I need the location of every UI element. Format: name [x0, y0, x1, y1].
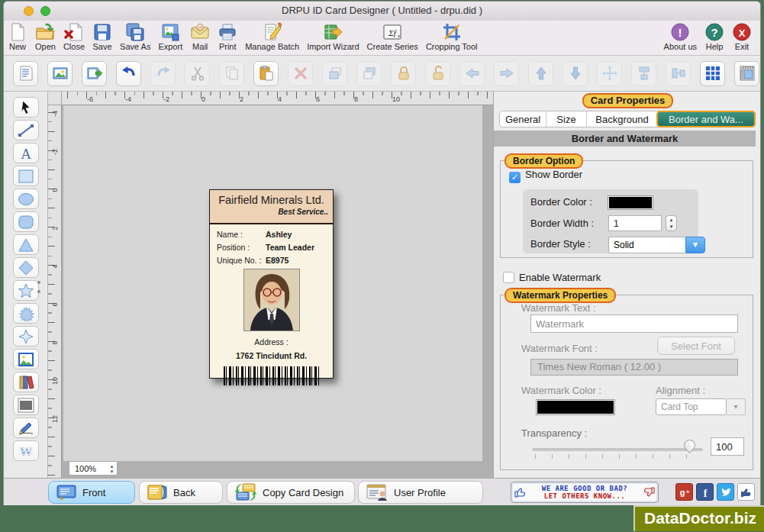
save-button[interactable]: Save	[89, 21, 116, 51]
cut-button[interactable]	[185, 61, 210, 86]
ruler-label: -4	[51, 108, 59, 119]
diamond-tool[interactable]	[13, 257, 39, 278]
facebook-icon[interactable]: f	[696, 483, 714, 501]
transparency-value-input[interactable]	[711, 437, 744, 456]
move-up-button[interactable]	[528, 61, 553, 86]
transparency-label: Transparency :	[521, 427, 587, 439]
unlock-button[interactable]	[425, 61, 450, 86]
mail-button[interactable]: @ Mail	[186, 21, 214, 51]
grid-icon	[705, 66, 720, 81]
front-button[interactable]: Front	[48, 481, 135, 504]
like-icon[interactable]	[737, 483, 755, 501]
tab-general[interactable]: General	[500, 111, 546, 127]
center-object-button[interactable]	[597, 61, 622, 86]
tab-size[interactable]: Size	[546, 111, 587, 127]
rounded-rectangle-icon	[18, 214, 34, 230]
show-grid-button[interactable]	[700, 61, 725, 86]
print-button[interactable]: Print	[214, 21, 241, 51]
enable-watermark-checkbox[interactable]	[503, 272, 514, 283]
title-bar: DRPU ID Card Designer ( Untitled - drpu.…	[4, 2, 760, 21]
delete-button[interactable]	[288, 61, 313, 86]
canvas-area[interactable]: Fairfield Minerals Ltd. Best Service.. N…	[62, 105, 493, 478]
id-card[interactable]: Fairfield Minerals Ltd. Best Service.. N…	[209, 189, 334, 379]
save-as-button[interactable]: Save As	[116, 21, 154, 51]
watermark-text-input[interactable]	[530, 314, 738, 333]
zoom-stepper[interactable]: ▴▾	[107, 463, 117, 474]
border-width-input[interactable]	[608, 215, 662, 231]
toolbar-label: New	[9, 42, 26, 51]
image-tool-icon	[18, 352, 34, 367]
about-us-button[interactable]: ! About us	[660, 21, 701, 51]
border-style-dropdown[interactable]: Solid ▼	[608, 237, 705, 253]
select-tool[interactable]	[13, 97, 39, 118]
rounded-rectangle-tool[interactable]	[13, 211, 39, 232]
google-plus-icon[interactable]: g+	[675, 483, 693, 501]
show-border-checkbox[interactable]: ✓	[509, 172, 521, 183]
tab-background[interactable]: Background	[587, 111, 657, 127]
move-left-button[interactable]	[459, 61, 485, 86]
redo-button[interactable]	[150, 61, 176, 86]
about-us-icon: !	[670, 22, 690, 42]
move-down-button[interactable]	[563, 61, 588, 86]
user-profile-button[interactable]: User Profile	[358, 481, 483, 504]
star-tool[interactable]	[13, 280, 39, 301]
open-button[interactable]: Open	[31, 21, 60, 51]
barcode-tool[interactable]	[13, 395, 39, 415]
show-ruler-button[interactable]	[734, 61, 759, 86]
alignment-dropdown[interactable]: Card Top ▾	[656, 398, 746, 415]
lock-button[interactable]	[391, 61, 416, 86]
cut-icon	[190, 66, 205, 81]
copy-card-design-button[interactable]: Copy Card Design	[227, 481, 355, 504]
transparency-slider-track[interactable]	[532, 448, 703, 451]
ruler-label: -4	[125, 95, 131, 103]
select-font-button[interactable]: Select Font	[657, 337, 735, 355]
back-button[interactable]: Back	[139, 481, 223, 504]
rectangle-tool[interactable]	[13, 166, 39, 186]
image-tool[interactable]	[13, 349, 39, 369]
copy-button[interactable]	[219, 61, 244, 86]
text-tool[interactable]: A	[13, 143, 39, 163]
align-horizontal-center-button[interactable]	[666, 61, 691, 86]
send-to-back-button[interactable]	[356, 61, 382, 86]
cropping-tool-button[interactable]: Cropping Tool	[422, 21, 482, 51]
feedback-badge[interactable]: WE ARE GOOD OR BAD? LET OTHERS KNOW...	[511, 482, 659, 503]
starburst-tool[interactable]	[13, 303, 39, 324]
line-tool[interactable]	[13, 120, 39, 140]
four-point-star-tool[interactable]	[13, 326, 39, 347]
move-right-button[interactable]	[494, 61, 519, 86]
watermark-color-swatch[interactable]	[537, 400, 614, 414]
bring-to-front-button[interactable]	[322, 61, 347, 86]
ruler-label: 8	[354, 95, 358, 103]
twitter-icon[interactable]	[717, 483, 734, 501]
ruler-label: 0	[51, 185, 59, 195]
tab-border-and-watermark[interactable]: Border and Wa...	[656, 111, 756, 127]
ellipse-tool[interactable]	[13, 189, 39, 209]
triangle-icon	[18, 237, 34, 253]
border-width-stepper[interactable]: ▴▾	[666, 215, 677, 231]
export-button[interactable]: Export	[154, 21, 186, 51]
new-button[interactable]: New	[4, 21, 31, 51]
close-button[interactable]: Close	[60, 21, 89, 51]
exit-button[interactable]: X Exit	[728, 21, 756, 51]
zoom-control[interactable]: 100% ▴▾	[69, 461, 118, 476]
create-series-icon: Σfx	[382, 22, 402, 42]
insert-image-button[interactable]	[47, 61, 73, 86]
align-vertical-center-button[interactable]	[631, 61, 656, 86]
help-button[interactable]: ? Help	[701, 21, 728, 51]
undo-button[interactable]	[116, 61, 141, 86]
datadoctor-branding[interactable]: DataDoctor.biz	[633, 505, 764, 531]
paste-button[interactable]	[253, 61, 279, 86]
svg-text:A: A	[21, 146, 31, 161]
insert-note-button[interactable]	[13, 61, 38, 86]
signature-tool[interactable]	[13, 418, 39, 438]
ruler-label: 0	[201, 95, 205, 103]
triangle-tool[interactable]	[13, 234, 39, 255]
border-color-swatch[interactable]	[608, 196, 653, 209]
watermark-tool[interactable]: W	[13, 440, 39, 461]
clipart-tool[interactable]	[13, 372, 39, 392]
export-image-button[interactable]	[82, 61, 107, 86]
create-series-button[interactable]: Σfx Create Series	[363, 21, 422, 51]
show-border-label: Show Border	[525, 169, 582, 180]
manage-batch-button[interactable]: Manage Batch	[241, 21, 303, 51]
import-wizard-button[interactable]: Import Wizard	[303, 21, 363, 51]
